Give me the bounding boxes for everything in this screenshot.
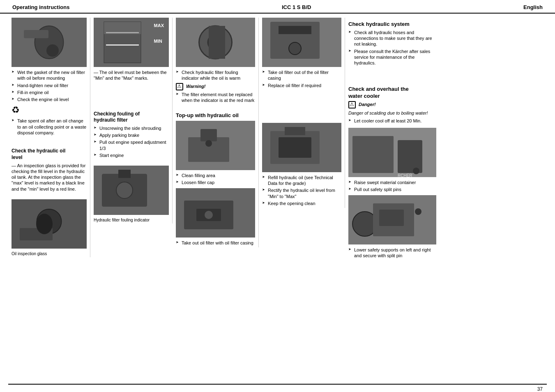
hydraulic-system-section: Check hydraulic system Check all hydraul… (348, 21, 436, 66)
oil-filter2-image (262, 18, 341, 67)
danger-bullets: Let cooler cool off at least 20 Min. (348, 118, 436, 124)
col1-dash-text: — An inspection glass is provided for ch… (12, 163, 87, 192)
col5-section1-bullets: Check all hydraulic hoses and connection… (348, 30, 436, 66)
list-item: Raise swept material container (348, 180, 436, 185)
footer-area: 37 (0, 384, 555, 392)
footer-line: 37 (8, 384, 547, 386)
list-item: Let cooler cool off at least 20 Min. (348, 118, 436, 124)
svg-point-32 (289, 42, 301, 55)
list-item: Fill-in engine oil (12, 90, 87, 95)
col1-section-title: Check the hydraulic oillevel (12, 148, 87, 161)
col2: MAX MIN — The oil level must be between … (90, 18, 173, 224)
list-item: Refill hydraulic oil (see Technical Data… (262, 175, 341, 187)
col4-bullets-top: Take oil filter out of the oil filter ca… (262, 69, 341, 88)
svg-rect-20 (209, 26, 225, 59)
list-item: Check all hydraulic hoses and connection… (348, 30, 436, 47)
col5: Check hydraulic system Check all hydraul… (345, 18, 440, 260)
svg-rect-23 (200, 129, 217, 141)
col3-topup-title: Top-up with hydraulic oil (176, 112, 255, 119)
svg-point-7 (36, 214, 53, 234)
list-item: Keep the opening clean (262, 201, 341, 206)
col2-section-title: Checking fouling ofhydraulic filter (94, 111, 169, 124)
svg-rect-46 (379, 210, 404, 226)
svg-rect-2 (24, 30, 48, 38)
warning-bullets: The filter element must be replaced when… (176, 92, 255, 104)
fill-image (176, 188, 255, 238)
col2-caption: Hydraulic filter fouling indicator (94, 217, 169, 223)
col5-img2-bullets: Lower safety supports on left and right … (348, 247, 436, 259)
main-content: Wet the gasket of the new oil filter wit… (0, 14, 555, 264)
svg-point-28 (205, 211, 213, 219)
header: Operating instructions ICC 1 S B/D Engli… (0, 0, 555, 14)
col4-bullets-bottom: Refill hydraulic oil (see Technical Data… (262, 175, 341, 206)
col3-bullets-last: Take out oil filter with oil filter casi… (176, 240, 255, 246)
col3: Check hydraulic filter fouling indicator… (173, 18, 259, 247)
col2-oil-level-text: — The oil level must be between the "Min… (94, 69, 169, 81)
danger-label: Danger! (359, 102, 376, 107)
list-item: Apply parking brake (94, 132, 169, 138)
col5-img1-bullets: Raise swept material container Pull out … (348, 180, 436, 193)
col1-bullets-waste: Take spent oil after an oil change to an… (12, 118, 87, 136)
svg-point-41 (413, 168, 419, 174)
col1-caption: Oil inspection glass (12, 251, 87, 256)
svg-point-3 (46, 44, 59, 57)
danger-italic: Danger of scalding due to boiling water! (348, 110, 436, 116)
svg-point-45 (415, 208, 421, 215)
col1-bullets-top: Wet the gasket of the new oil filter wit… (12, 69, 87, 102)
list-item: Take oil filter out of the oil filter ca… (262, 69, 341, 81)
col1: Wet the gasket of the new oil filter wit… (8, 18, 90, 257)
svg-rect-39 (398, 140, 422, 173)
page: Operating instructions ICC 1 S B/D Engli… (0, 0, 555, 392)
list-item: Please consult the Kärcher after sales s… (348, 48, 436, 66)
list-item: Lower safety supports on left and right … (348, 247, 436, 259)
col4: Take oil filter out of the oil filter ca… (259, 18, 345, 208)
oil-filter-image (12, 18, 87, 67)
list-item: Loosen filler cap (176, 180, 255, 185)
svg-rect-31 (279, 26, 311, 34)
oil-level-image: MAX MIN (94, 18, 169, 67)
svg-point-24 (205, 140, 212, 147)
header-left: Operating instructions (12, 4, 69, 10)
col2-bullets: Unscrewing the side shrouding Apply park… (94, 125, 169, 158)
safety-support-image (348, 195, 436, 244)
list-item: Wet the gasket of the new oil filter wit… (12, 69, 87, 81)
svg-rect-12 (104, 22, 141, 34)
list-item: Clean filling area (176, 173, 255, 178)
list-item: Replace oil filter if required (262, 83, 341, 88)
page-number: 37 (537, 386, 547, 392)
list-item: The filter element must be replaced when… (176, 92, 255, 104)
list-item: Pull out safety split pins (348, 187, 436, 192)
filter-fouling-image (176, 18, 255, 67)
svg-rect-16 (118, 170, 131, 178)
svg-rect-11 (106, 44, 139, 46)
recycle-icon: ♻ (12, 105, 87, 115)
refill-image (262, 123, 341, 172)
hydraulic-filter-image (94, 166, 169, 215)
min-label: MIN (154, 37, 164, 46)
max-label: MAX (154, 22, 164, 30)
list-item: Check hydraulic filter fouling indicator… (176, 69, 255, 81)
list-item: Start engine (94, 152, 169, 158)
danger-icon (348, 101, 356, 108)
svg-text:RCHER: RCHER (398, 173, 412, 177)
warning-icon (176, 83, 183, 90)
col5-section1-title: Check hydraulic system (348, 21, 436, 28)
warning-box: Warning! The filter element must be repl… (176, 83, 255, 104)
danger-box: Danger! (348, 101, 436, 108)
water-cooler-section: Check and overhaul thewater cooler Dange… (348, 86, 436, 124)
header-right: English (523, 4, 543, 10)
list-item: Pull out engine speed adjustment 1/3 (94, 139, 169, 151)
list-item: Rectify the hydraulic oil level from "Mi… (262, 187, 341, 199)
svg-rect-36 (285, 127, 305, 135)
svg-rect-35 (279, 137, 311, 158)
list-item: Unscrewing the side shrouding (94, 125, 169, 131)
svg-rect-38 (352, 136, 394, 173)
warning-label: Warning! (186, 84, 205, 89)
list-item: Take out oil filter with oil filter casi… (176, 240, 255, 246)
inspection-glass-image (12, 199, 87, 249)
list-item: Take spent oil after an oil change to an… (12, 118, 87, 136)
col3-bullets-top: Check hydraulic filter fouling indicator… (176, 69, 255, 81)
karcher-image: RCHER (348, 128, 436, 177)
list-item: Check the engine oil level (12, 97, 87, 102)
header-center: ICC 1 S B/D (282, 4, 311, 10)
